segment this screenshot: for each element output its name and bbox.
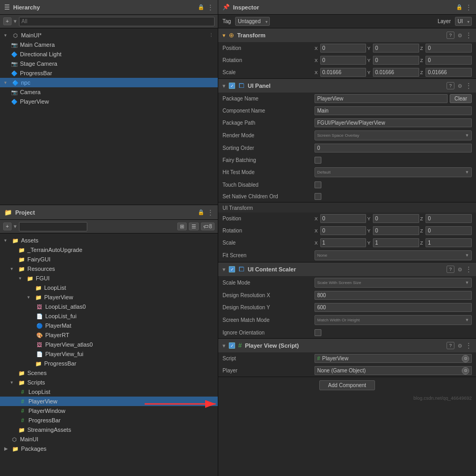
scaler-menu-icon[interactable]: ⋮	[465, 266, 472, 273]
sorting-order-input[interactable]	[315, 144, 472, 153]
scaler-settings-icon[interactable]: ⚙	[458, 267, 462, 272]
layer-dropdown-wrapper[interactable]: UI	[455, 17, 472, 26]
project-item-playerview-script[interactable]: # PlayerView	[0, 397, 218, 406]
project-tag-btn[interactable]: 🏷8	[201, 222, 215, 230]
rotation-x-input[interactable]	[320, 56, 367, 65]
project-item-playerview-atlas[interactable]: 🖼 PlayerView_atlas0	[0, 340, 218, 349]
project-item-terrain[interactable]: 📁 _TerrainAutoUpgrade	[0, 245, 218, 255]
screen-match-dropdown[interactable]: Match Width Or Height ▼	[315, 315, 472, 325]
project-item-fairygui[interactable]: 📁 FairyGUI	[0, 255, 218, 264]
ui-panel-menu-icon[interactable]: ⋮	[465, 82, 472, 89]
project-item-loopfui[interactable]: 📄 LoopList_fui	[0, 311, 218, 321]
tag-select[interactable]: Untagged	[235, 17, 270, 26]
hierarchy-menu-icon[interactable]: ⋮	[207, 4, 214, 11]
project-item-fgui[interactable]: ▾ 📁 FGUI	[0, 274, 218, 283]
layer-select[interactable]: UI	[455, 17, 472, 26]
project-view-btn[interactable]: ☰	[189, 222, 199, 230]
hierarchy-add-button[interactable]: +	[3, 17, 12, 25]
scale-z-input[interactable]	[426, 68, 472, 77]
project-menu-icon[interactable]: ⋮	[207, 209, 214, 216]
touch-disabled-checkbox[interactable]	[315, 181, 321, 188]
ui-panel-settings-icon[interactable]: ⚙	[458, 83, 462, 89]
transform-settings-icon[interactable]: ⚙	[458, 33, 462, 38]
scale-x-input[interactable]	[320, 68, 367, 77]
project-item-scripts[interactable]: ▾ 📁 Scripts	[0, 378, 218, 387]
ui-pos-y[interactable]	[373, 214, 419, 223]
project-item-scenes[interactable]: 📁 Scenes	[0, 368, 218, 378]
project-item-resources[interactable]: ▾ 📁 Resources	[0, 264, 218, 274]
fit-screen-dropdown[interactable]: None ▼	[315, 250, 472, 260]
scaler-help-btn[interactable]: ?	[447, 266, 454, 273]
position-y-input[interactable]	[373, 44, 419, 53]
player-select-btn[interactable]: ⊙	[462, 367, 469, 374]
project-item-playerwindow-script[interactable]: # PlayerWindow	[0, 406, 218, 416]
project-item-playermat[interactable]: 🔵 PlayerMat	[0, 321, 218, 330]
render-mode-dropdown[interactable]: Screen Space Overlay ▼	[315, 130, 472, 140]
script-select-btn[interactable]: ⊙	[462, 355, 469, 362]
ui-rot-z[interactable]	[426, 226, 472, 235]
pv-settings-icon[interactable]: ⚙	[458, 343, 462, 349]
project-item-packages[interactable]: ▶ 📁 Packages	[0, 444, 218, 453]
transform-header[interactable]: ▾ ⊕ Transform ? ⚙ ⋮	[218, 28, 476, 42]
inspector-menu-icon[interactable]: ⋮	[465, 4, 472, 11]
set-native-checkbox[interactable]	[315, 193, 321, 200]
project-item-playerview-folder[interactable]: ▾ 📁 PlayerView	[0, 292, 218, 302]
project-item-playerrt[interactable]: 🎨 PlayerRT	[0, 330, 218, 340]
hit-test-mode-dropdown[interactable]: Default ▼	[315, 167, 472, 177]
transform-menu-icon[interactable]: ⋮	[465, 32, 472, 39]
scale-mode-dropdown[interactable]: Scale With Screen Size ▼	[315, 278, 472, 288]
design-res-y-input[interactable]	[315, 303, 472, 312]
rotation-z-input[interactable]	[426, 56, 472, 65]
scaler-checkbox[interactable]: ✓	[229, 266, 235, 272]
clear-button[interactable]: Clear	[450, 94, 472, 103]
ui-pos-z[interactable]	[426, 214, 472, 223]
pv-checkbox[interactable]: ✓	[229, 342, 235, 349]
hierarchy-item-progressbar[interactable]: 🔷 ProgressBar	[0, 68, 218, 78]
player-view-header[interactable]: ▾ ✓ # Player View (Script) ? ⚙ ⋮	[218, 339, 476, 352]
project-item-playerview-fui[interactable]: 📄 PlayerView_fui	[0, 349, 218, 359]
ui-scl-z[interactable]	[426, 238, 472, 247]
ui-scl-x[interactable]	[320, 238, 367, 247]
ui-rot-y[interactable]	[373, 226, 419, 235]
component-name-input[interactable]	[315, 106, 472, 115]
project-item-progressbar-script[interactable]: # ProgressBar	[0, 416, 218, 425]
project-item-mainui-asset[interactable]: ⬡ MainUI	[0, 434, 218, 444]
ui-scl-y[interactable]	[373, 238, 419, 247]
pv-menu-icon[interactable]: ⋮	[465, 342, 472, 349]
script-reference[interactable]: # PlayerView ⊙	[315, 354, 472, 363]
hierarchy-item-npc[interactable]: ▾ 🔷 npc	[0, 78, 218, 87]
hierarchy-item-playerview[interactable]: 🔷 PlayerView	[0, 97, 218, 106]
project-item-loopatlas[interactable]: 🖼 LoopList_atlas0	[0, 302, 218, 311]
project-add-button[interactable]: +	[3, 222, 12, 230]
project-item-looplist[interactable]: 📁 LoopList	[0, 283, 218, 292]
add-component-button[interactable]: Add Component	[319, 380, 375, 390]
ui-panel-checkbox[interactable]: ✓	[229, 83, 235, 89]
package-name-input[interactable]	[315, 94, 448, 103]
content-scaler-header[interactable]: ▾ ✓ ⧠ UI Content Scaler ? ⚙ ⋮	[218, 262, 476, 276]
hierarchy-item-camera[interactable]: 📷 Camera	[0, 87, 218, 97]
hierarchy-search-input[interactable]	[19, 17, 215, 26]
project-item-progressbar-res[interactable]: 📁 ProgressBar	[0, 359, 218, 368]
player-reference[interactable]: None (Game Object) ⊙	[315, 366, 472, 375]
project-filter-btn[interactable]: ⊞	[177, 222, 187, 230]
hierarchy-item-stage-camera[interactable]: 📷 Stage Camera	[0, 59, 218, 68]
project-search-input[interactable]	[19, 222, 87, 231]
hierarchy-item-main-camera[interactable]: 📷 Main Camera	[0, 40, 218, 49]
hierarchy-item-mainui[interactable]: ▾ ⬡ MainUI* ⋮	[0, 31, 218, 40]
pv-help-btn[interactable]: ?	[447, 342, 454, 349]
tag-dropdown-wrapper[interactable]: Untagged	[235, 17, 270, 26]
rotation-y-input[interactable]	[373, 56, 419, 65]
package-path-input[interactable]	[315, 118, 472, 127]
project-item-streaming[interactable]: 📁 StreamingAssets	[0, 425, 218, 434]
ui-panel-help-btn[interactable]: ?	[447, 82, 454, 89]
project-item-assets[interactable]: ▾ 📁 Assets	[0, 236, 218, 245]
position-z-input[interactable]	[426, 44, 472, 53]
ui-panel-header[interactable]: ▾ ✓ ⧠ UI Panel ? ⚙ ⋮	[218, 79, 476, 93]
hierarchy-item-directional-light[interactable]: 🔷 Directional Light	[0, 49, 218, 59]
ui-rot-x[interactable]	[320, 226, 367, 235]
ui-pos-x[interactable]	[320, 214, 367, 223]
transform-help-btn[interactable]: ?	[447, 32, 454, 39]
position-x-input[interactable]	[320, 44, 367, 53]
ignore-orient-checkbox[interactable]	[315, 329, 321, 336]
project-item-looplist-script[interactable]: # LoopList	[0, 387, 218, 397]
